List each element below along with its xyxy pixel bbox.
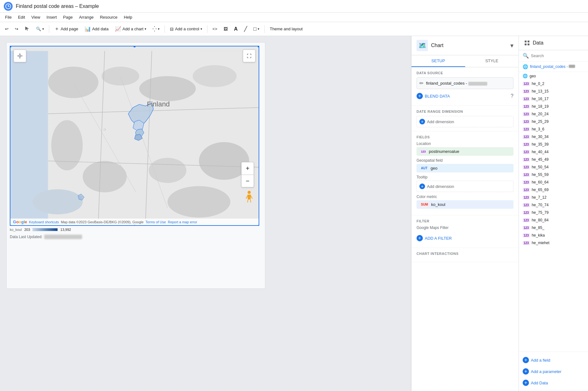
undo-button[interactable]: ↩ (3, 25, 11, 33)
field-he_45_49[interactable]: 123 he_45_49 (519, 156, 588, 163)
field-123-icon-12: 123 (523, 165, 530, 169)
field-123-icon-18: 123 (523, 211, 530, 215)
menu-insert[interactable]: Insert (44, 14, 59, 21)
legend-min: 203 (24, 228, 30, 232)
location-field-chip[interactable]: 123 postinumeroalue (417, 147, 513, 156)
tab-style[interactable]: STYLE (465, 55, 519, 67)
field-he_20_24[interactable]: 123 he_20_24 (519, 110, 588, 118)
select-button[interactable] (22, 24, 32, 34)
field-he_65_69[interactable]: 123 he_65_69 (519, 186, 588, 194)
field-he_40_44[interactable]: 123 he_40_44 (519, 148, 588, 156)
line-button[interactable]: ╱ (242, 24, 250, 34)
data-updated-label: Data Last Updated: (10, 235, 42, 239)
map-location-button[interactable] (14, 50, 26, 62)
color-metric-field-chip[interactable]: SUM ko_koul (417, 200, 513, 209)
zoom-icon: 🔍 (36, 27, 41, 31)
field-he_80_84[interactable]: 123 he_80_84 (519, 216, 588, 224)
menu-edit[interactable]: Edit (15, 14, 27, 21)
code-button[interactable]: <> (210, 25, 220, 33)
help-icon[interactable]: ? (511, 93, 513, 99)
zoom-in-button[interactable]: + (241, 162, 254, 175)
field-he_0_2[interactable]: 123 he_0_2 (519, 80, 588, 87)
shape-button[interactable]: □ ▾ (251, 24, 262, 34)
field-geo[interactable]: 🌐 geo (519, 72, 588, 80)
text-button[interactable]: A (231, 24, 240, 34)
field-he_kika-name: he_kika (532, 233, 545, 238)
field-he_55_59[interactable]: 123 he_55_59 (519, 171, 588, 178)
field-he_75_79[interactable]: 123 he_75_79 (519, 209, 588, 216)
data-panel-header: Data (519, 36, 588, 50)
field-he_30_34[interactable]: 123 he_30_34 (519, 133, 588, 141)
zoom-button[interactable]: 🔍 ▾ (33, 25, 46, 33)
field-he_30_34-name: he_30_34 (532, 135, 549, 139)
add-filter-button[interactable]: + ADD A FILTER (417, 232, 513, 244)
edit-source-icon[interactable]: ✏ (419, 80, 423, 86)
menu-arrange[interactable]: Arrange (76, 14, 96, 21)
field-he_50_54[interactable]: 123 he_50_54 (519, 163, 588, 171)
add-data-button[interactable]: 📊 Add data (82, 24, 111, 34)
chart-panel-title: Chart (431, 43, 443, 48)
field-he_3_6[interactable]: 123 he_3_6 (519, 125, 588, 133)
add-date-dimension-button[interactable]: + Add dimension (417, 116, 513, 127)
add-field-button[interactable]: + Add a field (523, 354, 584, 366)
menu-resource[interactable]: Resource (97, 14, 120, 21)
svg-point-7 (193, 65, 237, 87)
report-map-error-link[interactable]: Report a map error (168, 220, 197, 224)
terms-of-use-link[interactable]: Terms of Use (146, 220, 166, 224)
add-control-label: Add a control (175, 27, 199, 31)
map-container[interactable]: ✏ ✕ ⋮ (10, 46, 259, 226)
add-chart-button[interactable]: 📈 Add a chart ▾ (112, 24, 149, 34)
main-layout: ✏ ✕ ⋮ (0, 36, 588, 391)
map-fullscreen-button[interactable] (243, 50, 255, 62)
field-he_7_12[interactable]: 123 he_7_12 (519, 194, 588, 201)
add-page-button[interactable]: ＋ Add page (52, 24, 81, 34)
field-he_16_17[interactable]: 123 he_16_17 (519, 95, 588, 103)
tab-setup[interactable]: SETUP (411, 55, 465, 67)
chart-icon: 📈 (115, 26, 121, 32)
field-123-icon-5: 123 (523, 112, 530, 116)
add-field-plus-icon: + (523, 357, 529, 363)
svg-point-31 (248, 191, 251, 194)
zoom-out-button[interactable]: − (241, 175, 254, 187)
field-he_50_54-name: he_50_54 (532, 165, 549, 169)
location-label: Location (417, 141, 513, 146)
menu-page[interactable]: Page (61, 14, 75, 21)
field-he_70_74[interactable]: 123 he_70_74 (519, 201, 588, 209)
image-icon: 🖼 (224, 27, 228, 31)
svg-line-35 (250, 200, 251, 202)
geospatial-field-chip[interactable]: AUT geo (417, 164, 513, 172)
field-he_kika[interactable]: 123 he_kika (519, 232, 588, 239)
add-parameter-button[interactable]: + Add a parameter (523, 366, 584, 377)
source-name: finland_postal_codes - (426, 81, 511, 86)
field-he_18_19[interactable]: 123 he_18_19 (519, 103, 588, 110)
chart-interactions-title: Chart interactions (417, 252, 513, 256)
field-he_35_39[interactable]: 123 he_35_39 (519, 141, 588, 148)
svg-point-6 (139, 76, 196, 101)
chart-collapse-button[interactable]: ▾ (510, 42, 513, 49)
field-he_miehet[interactable]: 123 he_miehet (519, 239, 588, 247)
menu-file[interactable]: File (3, 14, 14, 21)
field-he_miehet-name: he_miehet (532, 241, 549, 245)
add-tooltip-dimension-button[interactable]: + Add dimension (417, 181, 513, 192)
keyboard-shortcuts-link[interactable]: Keyboard shortcuts (29, 220, 59, 224)
redo-button[interactable]: ↪ (12, 25, 21, 33)
map-pegman[interactable] (244, 190, 254, 203)
component-button[interactable]: ⁛ ▾ (150, 24, 162, 34)
menu-help[interactable]: Help (121, 14, 135, 21)
add-data-button[interactable]: + Add Data (523, 377, 584, 388)
field-he_25_29[interactable]: 123 he_25_29 (519, 118, 588, 125)
svg-point-10 (149, 158, 186, 183)
image-button[interactable]: 🖼 (221, 25, 230, 33)
menu-view[interactable]: View (29, 14, 43, 21)
field-he_13_15[interactable]: 123 he_13_15 (519, 87, 588, 95)
theme-layout-button[interactable]: Theme and layout (267, 25, 305, 33)
data-panel-title: Data (533, 40, 543, 46)
blend-data-button[interactable]: + BLEND DATA (417, 90, 450, 102)
field-123-icon-17: 123 (523, 203, 530, 207)
field-he_85_[interactable]: 123 he_85_ (519, 224, 588, 232)
data-search-input[interactable] (531, 53, 584, 58)
add-control-button[interactable]: ⊟ Add a control ▾ (167, 25, 205, 33)
control-caret-icon: ▾ (201, 27, 202, 31)
field-he_60_64[interactable]: 123 he_60_64 (519, 178, 588, 186)
svg-point-13 (33, 189, 83, 214)
